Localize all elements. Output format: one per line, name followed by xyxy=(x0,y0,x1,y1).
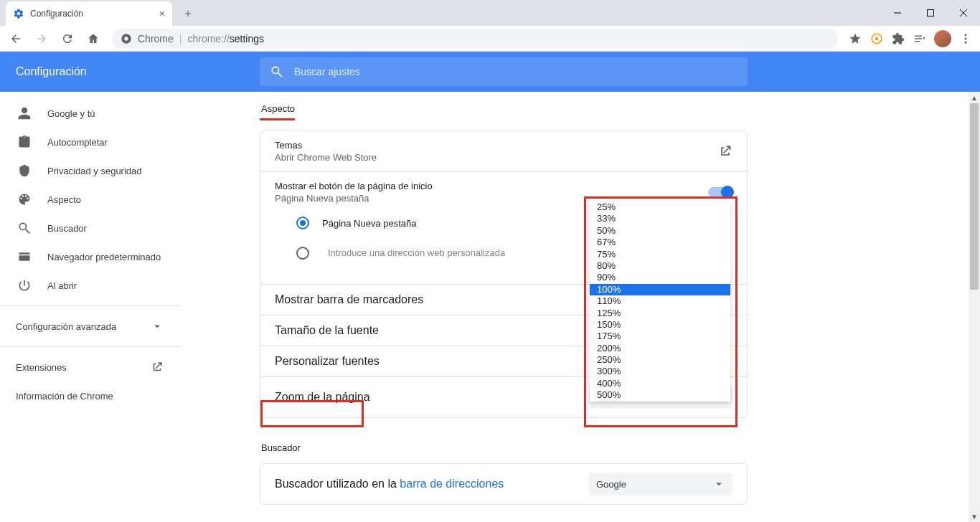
sidebar-advanced-label: Configuración avanzada xyxy=(16,321,116,332)
row-themes[interactable]: Temas Abrir Chrome Web Store xyxy=(260,131,747,172)
svg-point-2 xyxy=(124,37,128,40)
search-icon xyxy=(270,65,284,79)
omnibox-separator: | xyxy=(179,33,182,44)
svg-rect-0 xyxy=(928,10,934,16)
sidebar-item-you-and-google[interactable]: Google y tú xyxy=(0,99,181,128)
sidebar-item-label: Buscador xyxy=(47,223,87,234)
palette-icon xyxy=(17,192,32,207)
zoom-option[interactable]: 110% xyxy=(590,295,730,307)
zoom-option[interactable]: 75% xyxy=(590,249,730,260)
settings-sidebar: Google y tú Autocompletar Privacidad y s… xyxy=(0,92,181,522)
settings-title: Configuración xyxy=(0,65,181,78)
sidebar-item-autofill[interactable]: Autocompletar xyxy=(0,128,181,156)
address-bar[interactable]: Chrome | chrome://settings xyxy=(112,29,838,49)
search-engine-select[interactable]: Google xyxy=(589,473,732,495)
home-button-title: Mostrar el botón de la página de inicio xyxy=(275,181,433,191)
zoom-option[interactable]: 100% xyxy=(590,284,730,295)
browser-toolbar: Chrome | chrome://settings xyxy=(0,26,980,52)
zoom-option[interactable]: 500% xyxy=(590,389,730,401)
row-search-engine[interactable]: Buscador utilizado en la barra de direcc… xyxy=(260,464,747,504)
svg-point-7 xyxy=(965,41,967,43)
zoom-dropdown[interactable]: 25%33%50%67%75%80%90%100%110%125%150%175… xyxy=(590,201,730,402)
forward-button[interactable] xyxy=(30,27,53,50)
sidebar-item-label: Google y tú xyxy=(47,108,95,119)
close-icon[interactable]: × xyxy=(159,8,165,19)
chrome-icon xyxy=(121,33,132,44)
chevron-down-icon xyxy=(151,320,164,333)
clipboard-icon xyxy=(17,135,32,149)
open-external-icon xyxy=(151,361,164,374)
zoom-option[interactable]: 25% xyxy=(590,201,730,213)
zoom-option[interactable]: 200% xyxy=(590,343,730,354)
settings-search-input[interactable] xyxy=(294,66,738,77)
zoom-option[interactable]: 125% xyxy=(590,308,730,319)
zoom-option[interactable]: 67% xyxy=(590,237,730,248)
settings-search[interactable] xyxy=(260,57,748,86)
sidebar-item-appearance[interactable]: Aspecto xyxy=(0,185,181,214)
window-maximize-button[interactable] xyxy=(914,2,947,24)
zoom-option[interactable]: 33% xyxy=(590,213,730,224)
sidebar-item-privacy[interactable]: Privacidad y seguridad xyxy=(0,156,181,185)
address-bar-link: barra de direcciones xyxy=(400,478,504,490)
home-button-toggle[interactable] xyxy=(708,187,732,197)
zoom-option[interactable]: 250% xyxy=(590,354,730,366)
browser-tab[interactable]: Configuración × xyxy=(6,1,172,26)
sidebar-item-label: Al abrir xyxy=(47,280,77,291)
kebab-menu-icon[interactable] xyxy=(956,29,976,49)
profile-avatar[interactable] xyxy=(934,30,951,47)
radio-icon xyxy=(296,217,309,229)
scroll-thumb[interactable] xyxy=(970,103,979,290)
search-engine-label: Buscador utilizado en la barra de direcc… xyxy=(275,478,504,490)
sidebar-item-label: Aspecto xyxy=(47,194,81,205)
chevron-down-icon xyxy=(712,478,725,490)
sidebar-advanced[interactable]: Configuración avanzada xyxy=(0,312,181,341)
back-button[interactable] xyxy=(4,27,27,50)
zoom-option[interactable]: 150% xyxy=(590,319,730,331)
extensions-puzzle-icon[interactable] xyxy=(888,29,908,49)
browser-titlebar: Configuración × xyxy=(0,0,980,26)
svg-point-6 xyxy=(965,37,967,39)
reload-button[interactable] xyxy=(56,27,79,50)
zoom-option[interactable]: 175% xyxy=(590,331,730,342)
sidebar-extensions[interactable]: Extensiones xyxy=(0,353,181,381)
radio-label: Página Nueva pestaña xyxy=(322,218,417,229)
sidebar-item-search[interactable]: Buscador xyxy=(0,214,181,242)
zoom-option[interactable]: 50% xyxy=(590,225,730,237)
scroll-up-arrow[interactable]: ▲ xyxy=(969,92,980,103)
browser-icon xyxy=(17,250,32,264)
vertical-scrollbar[interactable]: ▲ ▼ xyxy=(969,92,980,522)
tab-title: Configuración xyxy=(30,9,154,19)
settings-main: Aspecto Temas Abrir Chrome Web Store xyxy=(181,92,980,522)
sidebar-item-on-startup[interactable]: Al abrir xyxy=(0,271,181,300)
window-controls xyxy=(881,0,980,26)
font-size-label: Tamaño de la fuente xyxy=(275,324,379,337)
sidebar-about[interactable]: Información de Chrome xyxy=(0,381,181,410)
new-tab-button[interactable] xyxy=(178,4,198,24)
reading-list-icon[interactable] xyxy=(910,29,930,49)
search-engine-value: Google xyxy=(596,479,626,490)
section-title-appearance: Aspecto xyxy=(260,103,295,120)
custom-url-input[interactable] xyxy=(322,240,588,266)
extension-icon[interactable] xyxy=(867,29,887,49)
zoom-label: Zoom de la página xyxy=(275,391,370,404)
window-close-button[interactable] xyxy=(947,2,980,24)
svg-point-4 xyxy=(875,37,879,40)
zoom-option[interactable]: 90% xyxy=(590,272,730,283)
gear-icon xyxy=(13,8,24,19)
sidebar-item-default-browser[interactable]: Navegador predeterminado xyxy=(0,242,181,271)
sidebar-extensions-label: Extensiones xyxy=(16,362,67,373)
zoom-option[interactable]: 400% xyxy=(590,378,730,389)
section-title-search: Buscador xyxy=(260,442,748,453)
bookmarks-bar-label: Mostrar barra de marcadores xyxy=(275,293,423,306)
home-button[interactable] xyxy=(82,27,105,50)
window-minimize-button[interactable] xyxy=(881,2,914,24)
search-card: Buscador utilizado en la barra de direcc… xyxy=(260,463,748,505)
scroll-down-arrow[interactable]: ▼ xyxy=(969,511,980,522)
search-icon xyxy=(17,221,32,235)
person-icon xyxy=(17,106,32,120)
zoom-option[interactable]: 80% xyxy=(590,260,730,272)
zoom-option[interactable]: 300% xyxy=(590,366,730,377)
customize-fonts-label: Personalizar fuentes xyxy=(275,355,380,368)
omnibox-url: chrome://settings xyxy=(187,33,264,44)
bookmark-star-icon[interactable] xyxy=(845,29,865,49)
